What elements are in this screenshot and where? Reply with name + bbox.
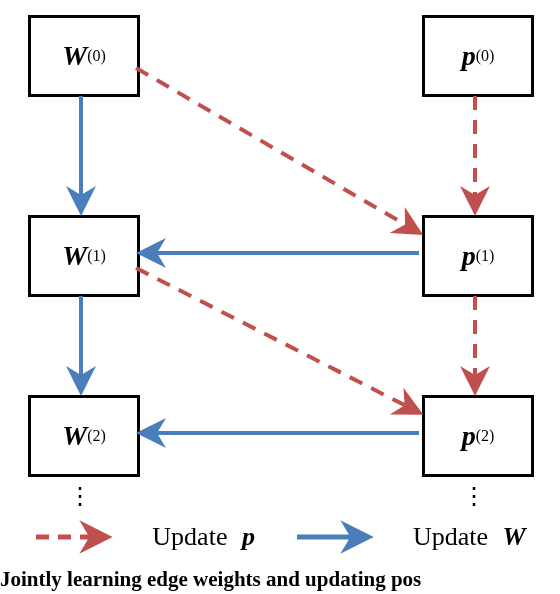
diagram-stage: W(0) p(0) W(1) p(1) W(2) p(2) ⋮ ⋮ <box>0 0 560 594</box>
legend: Update p Update W <box>0 522 560 552</box>
edge-W0-p1 <box>136 68 418 232</box>
legend-dashed-icon <box>34 525 112 549</box>
edge-W1-p2 <box>136 268 418 412</box>
legend-update-p-label: Update p <box>152 522 255 552</box>
legend-solid-icon <box>295 525 373 549</box>
arrow-layer <box>0 0 560 594</box>
legend-update-W-label: Update W <box>413 522 526 552</box>
caption: Jointly learning edge weights and updati… <box>0 567 560 592</box>
